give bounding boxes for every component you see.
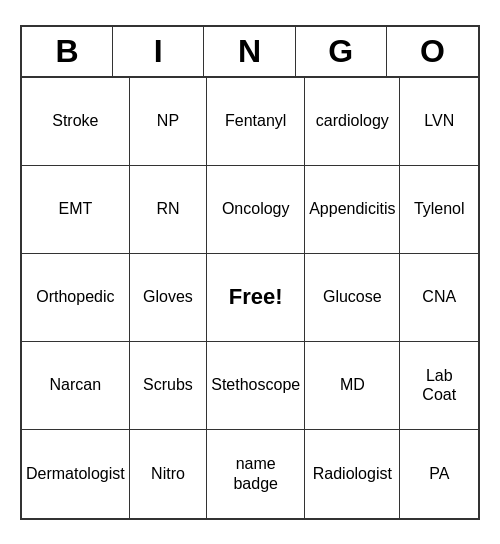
cell-text-18: MD [340,375,365,394]
cell-text-9: Tylenol [414,199,465,218]
cell-text-1: NP [157,111,179,130]
cell-text-10: Orthopedic [36,287,114,306]
bingo-cell-11: Gloves [130,254,208,342]
bingo-cell-14: CNA [400,254,478,342]
bingo-cell-21: Nitro [130,430,208,518]
bingo-cell-20: Dermatologist [22,430,130,518]
bingo-cell-9: Tylenol [400,166,478,254]
header-letter-B: B [22,27,113,76]
cell-text-5: EMT [58,199,92,218]
cell-text-14: CNA [422,287,456,306]
header-letter-G: G [296,27,387,76]
bingo-header: BINGO [22,27,478,78]
bingo-cell-12: Free! [207,254,305,342]
cell-text-17: Stethoscope [211,375,300,394]
bingo-cell-7: Oncology [207,166,305,254]
cell-text-19: LabCoat [422,366,456,404]
bingo-cell-8: Appendicitis [305,166,400,254]
cell-text-6: RN [156,199,179,218]
cell-text-13: Glucose [323,287,382,306]
bingo-cell-18: MD [305,342,400,430]
cell-text-15: Narcan [50,375,102,394]
bingo-cell-10: Orthopedic [22,254,130,342]
cell-text-24: PA [429,464,449,483]
bingo-cell-22: namebadge [207,430,305,518]
cell-text-3: cardiology [316,111,389,130]
bingo-cell-5: EMT [22,166,130,254]
bingo-cell-16: Scrubs [130,342,208,430]
cell-text-21: Nitro [151,464,185,483]
cell-text-12: Free! [229,284,283,310]
cell-text-20: Dermatologist [26,464,125,483]
cell-text-7: Oncology [222,199,290,218]
bingo-cell-23: Radiologist [305,430,400,518]
cell-text-16: Scrubs [143,375,193,394]
bingo-cell-1: NP [130,78,208,166]
cell-text-23: Radiologist [313,464,392,483]
bingo-cell-19: LabCoat [400,342,478,430]
cell-text-2: Fentanyl [225,111,286,130]
bingo-grid: StrokeNPFentanylcardiologyLVNEMTRNOncolo… [22,78,478,518]
bingo-cell-17: Stethoscope [207,342,305,430]
cell-text-4: LVN [424,111,454,130]
bingo-card: BINGO StrokeNPFentanylcardiologyLVNEMTRN… [20,25,480,520]
cell-text-11: Gloves [143,287,193,306]
bingo-cell-15: Narcan [22,342,130,430]
header-letter-O: O [387,27,478,76]
bingo-cell-24: PA [400,430,478,518]
bingo-cell-0: Stroke [22,78,130,166]
cell-text-22: namebadge [233,454,278,492]
bingo-cell-3: cardiology [305,78,400,166]
bingo-cell-4: LVN [400,78,478,166]
header-letter-N: N [204,27,295,76]
bingo-cell-2: Fentanyl [207,78,305,166]
bingo-cell-6: RN [130,166,208,254]
bingo-cell-13: Glucose [305,254,400,342]
header-letter-I: I [113,27,204,76]
cell-text-8: Appendicitis [309,199,395,218]
cell-text-0: Stroke [52,111,98,130]
